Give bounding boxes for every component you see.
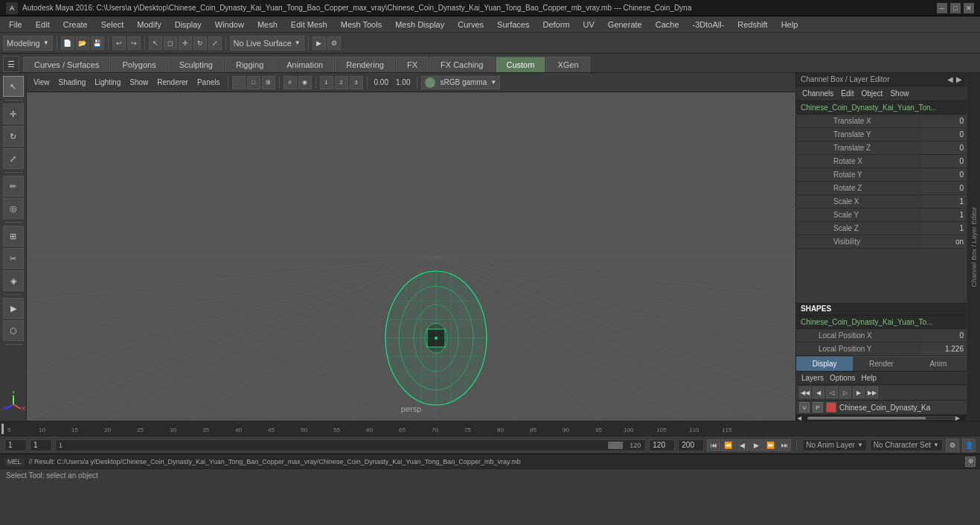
vp-icon-2[interactable]: 2: [335, 76, 348, 89]
tool-snap[interactable]: ⊞: [3, 226, 24, 246]
help-menu-layer[interactable]: Help: [859, 373, 879, 383]
scale-icon[interactable]: ⤢: [208, 36, 222, 50]
pb-go-end[interactable]: ⏭: [778, 439, 791, 451]
dra-tab-display[interactable]: Display: [796, 357, 853, 371]
pb-go-start[interactable]: ⏮: [707, 439, 720, 451]
pb-back[interactable]: ◀: [735, 439, 749, 451]
new-scene-icon[interactable]: 📄: [61, 36, 74, 50]
channel-translate-z-value[interactable]: 0: [922, 141, 967, 154]
menu-deform[interactable]: Deform: [537, 19, 575, 31]
cb-object-menu[interactable]: Object: [859, 89, 886, 98]
tool-sculpt[interactable]: ◎: [3, 198, 24, 219]
channel-rotate-x-value[interactable]: 0: [922, 155, 967, 168]
channel-rotate-z-value[interactable]: 0: [922, 182, 967, 194]
viewport-canvas[interactable]: persp: [27, 92, 795, 421]
vp-icon-3[interactable]: 3: [350, 76, 363, 89]
scroll-left-btn[interactable]: ◀: [797, 415, 807, 421]
vp-icon-wireframe[interactable]: ⊞: [262, 76, 275, 89]
channel-translate-y-value[interactable]: 0: [922, 128, 967, 141]
tool-paint[interactable]: ✏: [3, 176, 24, 197]
move-icon[interactable]: ✛: [179, 36, 192, 50]
right-panel-scrollbar[interactable]: ◀ ▶: [796, 415, 967, 421]
menu-modify[interactable]: Modify: [131, 19, 167, 31]
save-scene-icon[interactable]: 💾: [91, 36, 104, 50]
dra-tab-render[interactable]: Render: [853, 357, 909, 371]
tab-fx-caching[interactable]: FX Caching: [429, 57, 494, 72]
vp-shading-menu[interactable]: Shading: [55, 77, 90, 87]
vp-lighting-menu[interactable]: Lighting: [91, 77, 124, 87]
layer-icon-back[interactable]: ◁: [826, 386, 838, 398]
channel-scale-z-value[interactable]: 1: [922, 222, 967, 235]
pb-prev-key[interactable]: ⏪: [721, 439, 734, 451]
redo-icon[interactable]: ↪: [127, 36, 141, 50]
tool-transform[interactable]: ✛: [3, 104, 24, 124]
attribute-editor-label[interactable]: Channel Box / Layer Editor: [970, 207, 978, 287]
shape-local-pos-x-value[interactable]: 0: [922, 329, 967, 342]
vp-icon-display[interactable]: □: [247, 76, 260, 89]
layer-icon-next-next[interactable]: ▶▶: [866, 386, 878, 398]
vp-panels-menu[interactable]: Panels: [193, 77, 224, 87]
layer-icon-prev-prev[interactable]: ◀◀: [799, 386, 811, 398]
tab-polygons[interactable]: Polygons: [111, 57, 167, 72]
menu-window[interactable]: Window: [209, 19, 250, 31]
menu-help[interactable]: Help: [775, 19, 804, 31]
axis-gizmo-btn[interactable]: X Y Z: [1, 391, 25, 418]
menu-3dtoall[interactable]: -3DtoAll-: [687, 19, 731, 31]
tab-fx[interactable]: FX: [396, 57, 429, 72]
anim-layer-dropdown[interactable]: No Anim Layer ▼: [802, 439, 867, 451]
live-surface-dropdown[interactable]: No Live Surface ▼: [230, 36, 304, 51]
tool-render[interactable]: ▶: [3, 298, 24, 319]
tabs-menu-icon[interactable]: ☰: [3, 56, 19, 72]
dra-tab-anim[interactable]: Anim: [910, 357, 967, 371]
tab-rendering[interactable]: Rendering: [335, 57, 395, 72]
tool-cut[interactable]: ✂: [3, 248, 24, 269]
char-set-dropdown[interactable]: No Character Set ▼: [870, 439, 943, 451]
tab-curves-surfaces[interactable]: Curves / Surfaces: [23, 57, 110, 72]
cb-expand-icon[interactable]: ▶: [956, 75, 962, 83]
menu-mesh-tools[interactable]: Mesh Tools: [335, 19, 388, 31]
char-icon[interactable]: 👤: [962, 439, 976, 452]
select-icon[interactable]: ↖: [149, 36, 162, 50]
gamma-selector[interactable]: sRGB gamma ▼: [421, 76, 500, 89]
menu-file[interactable]: File: [3, 19, 28, 31]
preferences-icon[interactable]: ⚙: [946, 439, 959, 452]
pb-fwd[interactable]: ▶: [749, 439, 763, 451]
timeline-ruler[interactable]: 5 10 15 20 25 30 35 40 45 50 55 60 65 70…: [0, 421, 980, 436]
layer-color-swatch[interactable]: [826, 402, 836, 413]
tool-camera[interactable]: ⬡: [3, 320, 24, 341]
layer-visibility-toggle[interactable]: V: [799, 402, 810, 413]
layer-icon-fwd[interactable]: ▷: [839, 386, 851, 398]
titlebar-controls[interactable]: ─ □ ✕: [937, 3, 974, 13]
maximize-button[interactable]: □: [950, 3, 961, 13]
shape-local-pos-y-value[interactable]: 1.226: [922, 343, 967, 355]
cb-collapse-icon[interactable]: ◀: [947, 75, 953, 83]
tool-select[interactable]: ↖: [3, 76, 24, 97]
mel-label[interactable]: MEL: [4, 457, 25, 466]
menu-edit[interactable]: Edit: [30, 19, 56, 31]
vp-show-menu[interactable]: Show: [126, 77, 152, 87]
menu-generate[interactable]: Generate: [602, 19, 648, 31]
vp-icon-heads[interactable]: ◉: [298, 76, 312, 89]
vp-view-menu[interactable]: View: [30, 77, 54, 87]
vp-icon-grid[interactable]: #: [284, 76, 297, 89]
frame-current-field[interactable]: 1: [30, 439, 52, 451]
attribute-editor-sidebar[interactable]: Channel Box / Layer Editor: [967, 73, 980, 421]
menu-surfaces[interactable]: Surfaces: [491, 19, 535, 31]
cb-channels-menu[interactable]: Channels: [799, 89, 836, 98]
menu-select[interactable]: Select: [95, 19, 130, 31]
range-slider[interactable]: 1 120: [55, 439, 646, 451]
mode-dropdown[interactable]: Modeling ▼: [3, 36, 53, 51]
render-icon[interactable]: ▶: [313, 36, 326, 50]
viewport[interactable]: View Shading Lighting Show Renderer Pane…: [27, 73, 795, 421]
rotate-icon[interactable]: ↻: [193, 36, 207, 50]
anim-end-field[interactable]: 120: [649, 439, 675, 451]
cb-edit-menu[interactable]: Edit: [838, 89, 856, 98]
open-scene-icon[interactable]: 📂: [76, 36, 89, 50]
channel-translate-x-value[interactable]: 0: [922, 115, 967, 127]
tab-custom[interactable]: Custom: [496, 57, 546, 72]
vp-icon-1[interactable]: 1: [320, 76, 333, 89]
channel-scale-x-value[interactable]: 1: [922, 195, 967, 208]
vp-icon-camera[interactable]: 🎥: [232, 76, 246, 89]
frame-start-field[interactable]: 1: [4, 439, 27, 451]
layer-icon-next[interactable]: ▶: [853, 386, 865, 398]
